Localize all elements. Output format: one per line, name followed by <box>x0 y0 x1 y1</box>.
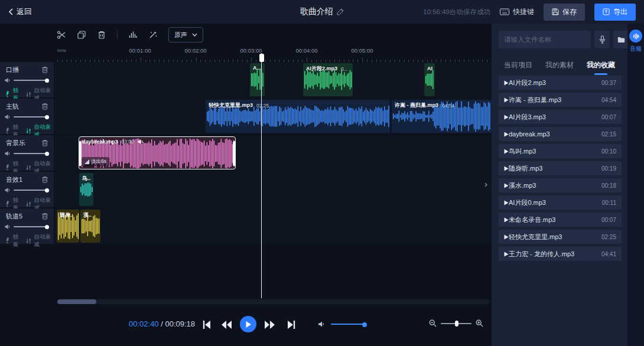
track-header[interactable]: 背景乐独奏自动衰减 <box>0 135 54 171</box>
clip-duration: 02:25 <box>256 103 269 109</box>
export-button[interactable]: 导出 <box>594 4 636 21</box>
track-lane[interactable]: 轻快尤克里里.mp302:25许嵩 - 燕归巢.mp304:54 <box>54 99 492 134</box>
track-delete-icon[interactable] <box>41 213 48 220</box>
volume-slider-knob[interactable] <box>362 322 367 327</box>
track-header[interactable]: 音效1独奏自动衰减 <box>0 172 54 207</box>
record-button[interactable] <box>594 31 610 48</box>
track-volume-row <box>5 77 50 83</box>
microphone-icon[interactable] <box>5 237 10 244</box>
file-list-item[interactable]: AI片段3.mp300:07 <box>499 110 622 124</box>
audio-clip[interactable]: 溪.. <box>80 210 100 243</box>
search-input[interactable] <box>499 31 591 48</box>
pencil-icon[interactable] <box>337 8 344 15</box>
audio-clip[interactable]: 轻快尤克里里.mp302:25 <box>206 100 390 133</box>
tab-0[interactable]: 当前项目 <box>504 60 532 74</box>
skip-end-icon[interactable] <box>286 318 299 332</box>
audio-clip[interactable]: AI片 <box>424 63 435 96</box>
audio-clip[interactable]: AI片段2.mp30... <box>303 63 353 96</box>
track-delete-icon[interactable] <box>41 139 48 147</box>
tab-1[interactable]: 我的素材 <box>545 60 574 74</box>
track-delete-icon[interactable] <box>41 103 48 110</box>
audio-clip[interactable]: 许嵩 - 燕归巢.mp304:54 <box>392 100 492 133</box>
track-volume-knob[interactable] <box>45 115 49 119</box>
track-delete-icon[interactable] <box>41 66 48 74</box>
microphone-icon[interactable] <box>5 164 10 171</box>
track-lane[interactable]: daybreak.mp303:00淡出6s <box>54 135 492 171</box>
track-volume-knob[interactable] <box>45 79 49 83</box>
audio-clip[interactable]: daybreak.mp303:00淡出6s <box>79 136 236 169</box>
autosave-status: 10:56:49自动保存成功 <box>423 8 490 17</box>
audio-clip[interactable]: 随身.. <box>57 210 79 243</box>
fader-icon[interactable] <box>26 164 31 171</box>
fast-forward-icon[interactable] <box>264 318 277 332</box>
clip-trim-handle-right[interactable] <box>233 141 236 166</box>
microphone-icon[interactable] <box>5 91 10 98</box>
file-list-item[interactable]: 轻快尤克里里.mp302:25 <box>499 230 622 244</box>
fader-icon[interactable] <box>26 91 31 98</box>
track-volume-slider[interactable] <box>14 153 48 154</box>
file-list-item[interactable]: 溪水.mp300:18 <box>499 178 622 192</box>
skip-start-icon[interactable] <box>199 318 212 332</box>
playhead-line[interactable] <box>261 53 262 298</box>
zoom-in-icon[interactable] <box>476 319 483 327</box>
rewind-icon[interactable] <box>220 318 233 332</box>
track-lane[interactable]: 鸟.. <box>54 172 492 207</box>
zoom-slider-knob[interactable] <box>455 321 458 327</box>
file-list-item[interactable]: 王力宏 - 龙的传人.mp304:41 <box>499 247 622 261</box>
zoom-slider[interactable] <box>441 323 471 324</box>
file-list-item[interactable]: 许嵩 - 燕归巢.mp304:54 <box>499 93 622 107</box>
track-volume-slider[interactable] <box>14 190 48 191</box>
track-volume-knob[interactable] <box>45 188 49 192</box>
file-list-item[interactable]: 未命名录音.mp300:07 <box>499 213 622 227</box>
current-time: 00:02:40 <box>129 319 159 328</box>
solo-toggle[interactable]: 独奏 <box>13 233 23 249</box>
fader-icon[interactable] <box>26 237 31 244</box>
track-lane[interactable]: 随身..溪.. <box>54 208 492 244</box>
export-icon <box>603 8 610 15</box>
track-header[interactable]: 轨道5独奏自动衰减 <box>0 208 54 244</box>
play-button[interactable] <box>240 316 256 332</box>
track-volume-knob[interactable] <box>45 152 49 156</box>
file-list-item[interactable]: AI片段0.mp300:11 <box>499 195 622 210</box>
playhead-handle[interactable] <box>259 54 264 62</box>
voice-mode-select[interactable]: 原声 <box>168 27 203 43</box>
horizontal-scrollbar[interactable] <box>57 299 489 304</box>
autofade-toggle[interactable]: 自动衰减 <box>34 233 54 249</box>
time-ruler[interactable]: hms 00:01:0000:02:0000:03:0000:04:0000:0… <box>0 46 492 62</box>
expand-chevron-icon[interactable]: › <box>484 179 487 189</box>
magic-wand-icon[interactable] <box>148 30 158 40</box>
file-list-item[interactable]: AI片段2.mp300:37 <box>499 76 622 90</box>
track-lane[interactable]: A...AI片段2.mp30...AI片 <box>54 62 492 97</box>
audio-clip[interactable]: 鸟.. <box>79 173 93 206</box>
scissors-icon[interactable] <box>57 30 66 40</box>
scrollbar-thumb[interactable] <box>57 299 96 304</box>
tab-2[interactable]: 我的收藏 <box>587 60 615 74</box>
microphone-icon[interactable] <box>5 128 10 135</box>
audio-clip[interactable]: A... <box>250 63 265 96</box>
track-delete-icon[interactable] <box>41 176 48 184</box>
file-list-item[interactable]: 鸟叫.mp300:10 <box>499 144 622 158</box>
track-volume-slider[interactable] <box>14 80 48 81</box>
back-button[interactable]: 返回 <box>8 6 32 17</box>
audio-category-button[interactable] <box>629 30 642 43</box>
trash-icon[interactable] <box>97 30 106 40</box>
track-header[interactable]: 主轨独奏自动衰减 <box>0 99 54 134</box>
fader-icon[interactable] <box>26 201 31 208</box>
track-volume-knob[interactable] <box>45 225 49 229</box>
volume-control[interactable] <box>318 321 365 328</box>
import-file-button[interactable] <box>613 31 629 48</box>
track-volume-slider[interactable] <box>14 116 48 117</box>
shortcuts-button[interactable]: 快捷键 <box>500 7 534 17</box>
volume-slider[interactable] <box>331 324 365 325</box>
file-list-item[interactable]: 随身听.mp300:19 <box>499 161 622 175</box>
fade-icon <box>84 159 89 164</box>
fader-icon[interactable] <box>26 128 31 135</box>
stats-icon[interactable] <box>128 30 138 40</box>
microphone-icon[interactable] <box>5 201 10 208</box>
save-button[interactable]: 保存 <box>544 4 585 21</box>
track-header[interactable]: 口播独奏自动衰减 <box>0 62 54 97</box>
copy-icon[interactable] <box>77 30 86 40</box>
track-volume-slider[interactable] <box>14 226 48 227</box>
file-list-item[interactable]: daybreak.mp302:15 <box>499 127 622 141</box>
zoom-out-icon[interactable] <box>429 319 437 327</box>
